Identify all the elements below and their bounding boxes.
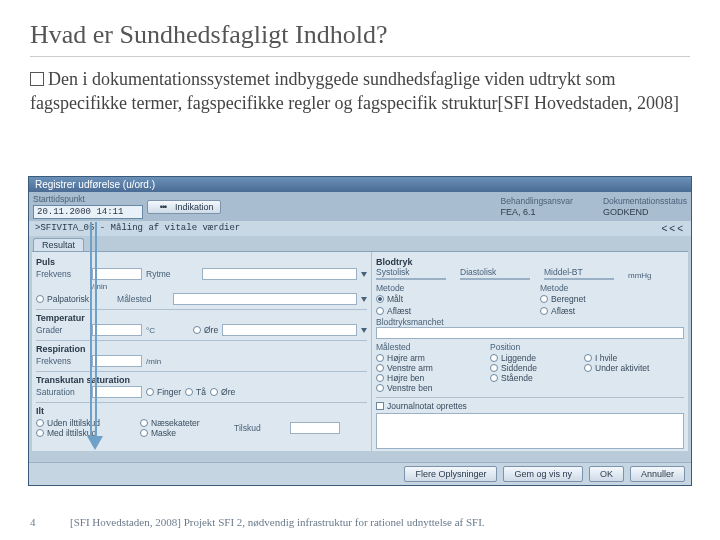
page-number: 4 <box>30 516 50 528</box>
label-venstre-ben: Venstre ben <box>387 383 432 393</box>
flere-oplysninger-button[interactable]: Flere Oplysninger <box>404 466 497 482</box>
gem-og-vis-ny-button[interactable]: Gem og vis ny <box>503 466 583 482</box>
label-siddende: Siddende <box>501 363 537 373</box>
systolisk-field[interactable] <box>376 278 446 280</box>
diastolisk-field[interactable] <box>460 278 530 280</box>
indikation-label: Indikation <box>175 202 214 212</box>
puls-frekvens-field[interactable] <box>92 268 142 280</box>
bullet-checkbox-icon <box>30 72 44 86</box>
label-diastolisk: Diastolisk <box>460 267 512 277</box>
collapse-chevrons-icon[interactable]: <<< <box>661 223 685 234</box>
radio-uden-ilt[interactable] <box>36 419 44 427</box>
temp-grader-field[interactable] <box>92 324 142 336</box>
starttid-field[interactable]: 20.11.2000 14:11 <box>33 205 143 219</box>
radio-liggende[interactable] <box>490 354 498 362</box>
radio-maalt[interactable] <box>376 295 384 303</box>
radio-venstre-arm[interactable] <box>376 364 384 372</box>
label-maske: Maske <box>151 428 176 438</box>
group-saturation: Transkutan saturation <box>36 375 367 385</box>
label-middel: Middel-BT <box>544 267 596 277</box>
radio-staaende[interactable] <box>490 374 498 382</box>
group-blodtryk: Blodtryk <box>376 257 684 267</box>
radio-hvile[interactable] <box>584 354 592 362</box>
chevron-down-icon[interactable] <box>361 328 367 333</box>
dokstatus-label: Dokumentationsstatus <box>603 196 687 206</box>
label-journalnotat: Journalnotat oprettes <box>387 401 467 411</box>
manchet-field[interactable] <box>376 327 684 339</box>
radio-aflaest[interactable] <box>376 307 384 315</box>
radio-ore[interactable] <box>193 326 201 334</box>
ok-button[interactable]: OK <box>589 466 624 482</box>
body-text: i dokumentationssystemet indbyggede sund… <box>30 69 679 113</box>
radio-med-ilt[interactable] <box>36 429 44 437</box>
radio-naese[interactable] <box>140 419 148 427</box>
unit-permin: /min <box>92 282 107 291</box>
behandl-label: Behandlingsansvar <box>501 196 573 206</box>
label-grader: Grader <box>36 325 88 335</box>
chevron-down-icon[interactable] <box>361 297 367 302</box>
radio-maske[interactable] <box>140 429 148 437</box>
tab-resultat[interactable]: Resultat <box>33 238 84 251</box>
resp-frekvens-field[interactable] <box>92 355 142 367</box>
slide-title: Hvad er Sundhedsfagligt Indhold? <box>30 20 690 57</box>
spacer2 <box>584 342 586 352</box>
label-staaende: Stående <box>501 373 533 383</box>
annuller-button[interactable]: Annuller <box>630 466 685 482</box>
breadcrumb: >SFIVITA_05 - Måling af vitale værdier <box>35 223 240 234</box>
label-beregnet: Beregnet <box>551 294 586 304</box>
radio-aflaest2[interactable] <box>540 307 548 315</box>
slide-footer: 4 [SFI Hovedstaden, 2008] Projekt SFI 2,… <box>30 516 690 528</box>
label-frekvens: Frekvens <box>36 269 88 279</box>
label-rytme: Rytme <box>146 269 198 279</box>
unit-celsius: °C <box>146 326 155 335</box>
checkbox-journalnotat[interactable] <box>376 402 384 410</box>
radio-hojre-arm[interactable] <box>376 354 384 362</box>
label-med-ilt: Med ilttilskud <box>47 428 96 438</box>
middel-field[interactable] <box>544 278 614 280</box>
radio-beregnet[interactable] <box>540 295 548 303</box>
right-column: Blodtryk Systolisk Diastolisk Middel-BT … <box>372 252 688 451</box>
bullet-prefix: Den <box>48 69 78 89</box>
dokstatus-value: GODKEND <box>603 207 687 217</box>
label-resp-frekvens: Frekvens <box>36 356 88 366</box>
behandl-value: FEA, 6.1 <box>501 207 573 217</box>
label-maalt: Målt <box>387 294 403 304</box>
puls-malested-field[interactable] <box>173 293 357 305</box>
top-toolbar: Starttidspunkt 20.11.2000 14:11 •••Indik… <box>29 192 691 221</box>
radio-hojre-ben[interactable] <box>376 374 384 382</box>
window-title: Registrer udførelse (u/ord.) <box>35 179 155 190</box>
unit-permin2: /min <box>146 357 161 366</box>
label-saturation: Saturation <box>36 387 88 397</box>
label-metode1: Metode <box>376 283 404 293</box>
label-aktivitet: Under aktivitet <box>595 363 649 373</box>
label-systolisk: Systolisk <box>376 267 428 277</box>
label-maalested-r: Målested <box>376 342 411 352</box>
radio-aktivitet[interactable] <box>584 364 592 372</box>
label-uden-ilt: Uden ilttilskud <box>47 418 100 428</box>
temp-select-field[interactable] <box>222 324 357 336</box>
sat-field[interactable] <box>92 386 142 398</box>
journalnotat-textarea[interactable] <box>376 413 684 449</box>
indikation-button[interactable]: •••Indikation <box>147 200 221 214</box>
slide-body: Den i dokumentationssystemet indbyggede … <box>30 67 690 116</box>
chevron-down-icon[interactable] <box>361 272 367 277</box>
radio-finger[interactable] <box>146 388 154 396</box>
label-hojre-arm: Højre arm <box>387 353 425 363</box>
tilskud-field[interactable] <box>290 422 340 434</box>
puls-rytme-field[interactable] <box>202 268 357 280</box>
label-naese: Næsekateter <box>151 418 200 428</box>
radio-palpatorisk[interactable] <box>36 295 44 303</box>
radio-siddende[interactable] <box>490 364 498 372</box>
radio-venstre-ben[interactable] <box>376 384 384 392</box>
label-palpatorisk: Palpatorisk <box>47 294 89 304</box>
window-titlebar: Registrer udførelse (u/ord.) <box>29 177 691 192</box>
button-bar: Flere Oplysninger Gem og vis ny OK Annul… <box>29 462 691 485</box>
label-manchet: Blodtryksmanchet <box>376 317 444 327</box>
radio-taa[interactable] <box>185 388 193 396</box>
tabbar: Resultat <box>29 236 691 251</box>
label-aflaest: Aflæst <box>387 306 411 316</box>
label-aflaest2: Aflæst <box>551 306 575 316</box>
radio-ore2[interactable] <box>210 388 218 396</box>
group-temperatur: Temperatur <box>36 313 367 323</box>
app-window: Registrer udførelse (u/ord.) Starttidspu… <box>28 176 692 486</box>
